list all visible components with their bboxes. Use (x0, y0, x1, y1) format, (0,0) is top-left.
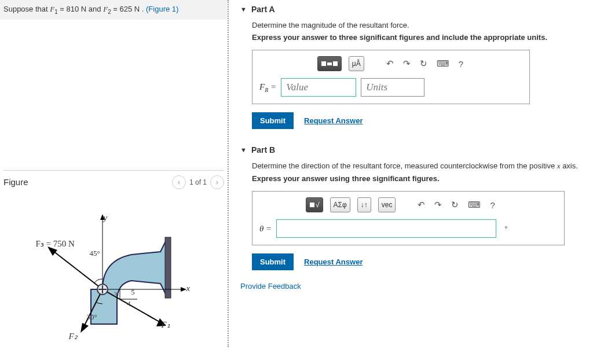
templates-button[interactable]: √ (306, 197, 323, 212)
undo-button[interactable]: ↶ (416, 200, 426, 210)
units-input[interactable] (361, 78, 424, 97)
axis-y-label: y (104, 213, 108, 223)
tri-3-label: 3 (114, 291, 118, 299)
F1-symbol: F (50, 5, 54, 13)
tri-4-label: 4 (127, 300, 131, 308)
F2-value: = 625 N . (111, 5, 146, 13)
help-button[interactable]: ? (489, 200, 496, 210)
keyboard-button[interactable]: ⌨ (467, 200, 482, 210)
templates-button[interactable] (317, 56, 342, 71)
help-button[interactable]: ? (457, 59, 464, 69)
part-a: ▼ Part A Determine the magnitude of the … (240, 0, 593, 129)
redo-button[interactable]: ↷ (433, 200, 443, 210)
part-b-answer-box: √ ΑΣφ ↓↑ vec ↶ ↷ ↻ ⌨ ? θ = ° (252, 191, 565, 245)
collapse-icon[interactable]: ▼ (240, 146, 247, 153)
part-b-title: Part B (251, 145, 275, 155)
provide-feedback-link[interactable]: Provide Feedback (240, 282, 593, 291)
keyboard-button[interactable]: ⌨ (435, 58, 451, 69)
F2-label: F₂ (69, 331, 78, 341)
units-button[interactable]: μÅ (349, 56, 364, 71)
pager-prev-button[interactable]: ‹ (172, 175, 186, 189)
angle-30-label: 30° (87, 312, 97, 322)
svg-rect-0 (165, 237, 171, 298)
redo-button[interactable]: ↷ (402, 58, 412, 69)
F1-value: = 810 N and (58, 5, 103, 13)
part-b: ▼ Part B Determine the direction of the … (240, 141, 593, 270)
pager-text: 1 of 1 (189, 178, 207, 186)
problem-text: Suppose that (3, 5, 50, 13)
tri-5-label: 5 (131, 288, 135, 297)
degree-symbol: ° (504, 225, 507, 233)
reset-button[interactable]: ↻ (419, 58, 429, 69)
figure-pager: ‹ 1 of 1 › (172, 175, 224, 189)
fr-label: FR = (259, 82, 276, 93)
vector-button[interactable]: vec (378, 197, 396, 212)
request-answer-a[interactable]: Request Answer (304, 116, 363, 125)
submit-button-a[interactable]: Submit (252, 112, 294, 129)
svg-marker-4 (181, 287, 186, 292)
F1-label: F₁ (162, 319, 170, 330)
part-a-instr: Express your answer to three significant… (252, 33, 593, 42)
greek-button[interactable]: ΑΣφ (330, 197, 350, 212)
figure-link[interactable]: (Figure 1) (146, 5, 178, 13)
axis-x-label: x (186, 284, 191, 293)
reset-button[interactable]: ↻ (450, 200, 460, 210)
undo-button[interactable]: ↶ (385, 58, 395, 69)
F3-label: F₃ = 750 N (36, 238, 75, 249)
theta-label: θ = (259, 224, 272, 234)
subscript-button[interactable]: ↓↑ (357, 197, 371, 212)
part-b-desc: Determine the direction of the resultant… (252, 161, 593, 171)
problem-statement: Suppose that F1 = 810 N and F2 = 625 N .… (0, 0, 228, 20)
value-input[interactable] (281, 78, 356, 97)
part-b-instr: Express your answer using three signific… (252, 174, 593, 183)
part-a-desc: Determine the magnitude of the resultant… (252, 21, 593, 30)
request-answer-b[interactable]: Request Answer (304, 258, 363, 266)
F2-symbol: F (103, 5, 108, 13)
theta-input[interactable] (276, 219, 496, 238)
part-a-title: Part A (251, 5, 275, 14)
angle-45-label: 45° (90, 249, 100, 258)
part-a-answer-box: μÅ ↶ ↷ ↻ ⌨ ? FR = (252, 50, 530, 104)
collapse-icon[interactable]: ▼ (240, 6, 247, 13)
figure-title: Figure (3, 177, 28, 187)
svg-marker-8 (80, 323, 89, 333)
figure-diagram: y x F₃ = 750 N 45° 30° F₂ F₁ 5 4 3 (16, 203, 213, 347)
submit-button-b[interactable]: Submit (252, 253, 294, 270)
pager-next-button[interactable]: › (210, 175, 224, 189)
